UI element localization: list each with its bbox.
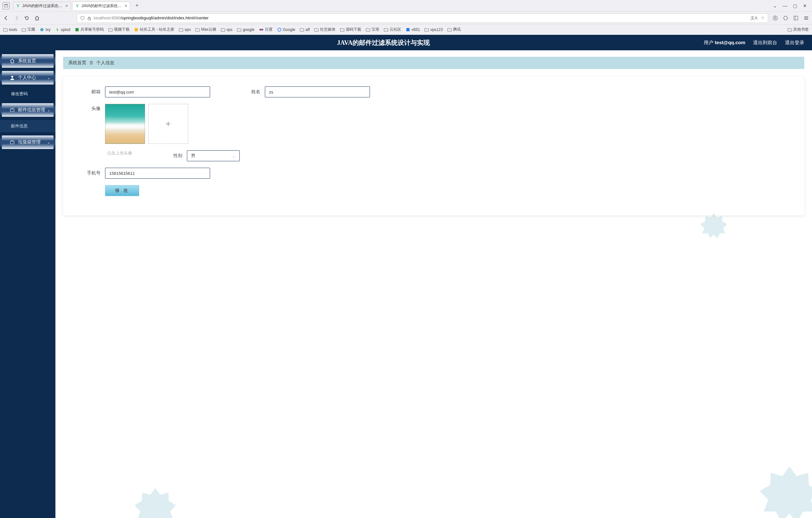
bookmark-item[interactable]: Max云梯 (195, 27, 216, 32)
svg-marker-22 (700, 213, 727, 238)
svg-marker-23 (760, 466, 812, 518)
decorative-star-icon (699, 212, 728, 241)
profile-card: 邮箱 姓名 头像 + (63, 77, 804, 215)
bookmark-item[interactable]: v651 (406, 27, 420, 32)
content: 系统首页 ☰ 个人信息 邮箱 姓名 头像 (55, 50, 812, 518)
sidebar-item-trash-manage[interactable]: 垃圾箱管理 ⌄ (2, 135, 54, 149)
minimize-icon[interactable]: — (783, 3, 787, 8)
bookmark-item[interactable]: vps123 (424, 27, 443, 32)
maximize-icon[interactable]: ▢ (793, 3, 797, 8)
window-menu-icon[interactable] (3, 2, 10, 9)
svg-point-14 (259, 29, 261, 31)
forward-icon[interactable] (13, 15, 19, 21)
home-icon[interactable] (34, 15, 40, 21)
svg-point-11 (40, 28, 44, 31)
gender-select[interactable]: 男 ⌄ (187, 150, 240, 161)
gender-label: 性别 (158, 153, 187, 159)
sidebar-item-mail-manage[interactable]: 邮件信息管理 ⌄ (2, 103, 54, 117)
address-bar[interactable]: localhost:8080/springbootkguq8/admin/dis… (77, 13, 768, 23)
svg-rect-20 (10, 141, 14, 144)
svg-point-15 (261, 29, 263, 31)
bookmark-item[interactable]: vps (221, 27, 233, 32)
sidebar: 系统首页 个人中心 ⌄ 修改密码 邮件信息管理 ⌄ 邮件信息 垃圾箱管理 ⌄ (0, 35, 55, 518)
bookmark-item[interactable]: vpn (179, 27, 191, 32)
breadcrumb-current: 个人信息 (96, 60, 114, 66)
chevron-down-icon[interactable]: ⌄ (773, 3, 777, 8)
bookmark-item[interactable]: uplod (55, 27, 70, 32)
user-label: 用户 test@qq.com (704, 40, 745, 46)
close-icon[interactable]: × (65, 3, 68, 8)
name-label: 姓名 (236, 89, 265, 95)
close-window-icon[interactable]: ✕ (803, 3, 807, 8)
lock-icon (87, 16, 91, 20)
sidebar-toggle-icon[interactable] (793, 15, 799, 21)
bookmark-item[interactable]: 宝塔 (366, 27, 379, 32)
tab-title: JAVA的邮件过滤系统设计与实现 (82, 3, 123, 9)
app-root: 系统首页 个人中心 ⌄ 修改密码 邮件信息管理 ⌄ 邮件信息 垃圾箱管理 ⌄ J… (0, 35, 812, 518)
bookmark-item[interactable]: 百度 (259, 27, 272, 32)
form-item-submit: 修 改 (76, 185, 139, 196)
email-label: 邮箱 (76, 89, 105, 95)
breadcrumb-home[interactable]: 系统首页 (68, 60, 86, 66)
other-bookmarks[interactable]: 其他书签 (787, 27, 809, 32)
sidebar-item-label: 垃圾箱管理 (18, 139, 40, 145)
user-icon (10, 75, 16, 80)
plus-icon: + (166, 119, 171, 129)
bookmark-item[interactable]: 源码下载 (340, 27, 361, 32)
svg-rect-13 (135, 28, 138, 31)
svg-marker-21 (135, 488, 176, 518)
account-icon[interactable] (773, 15, 778, 21)
svg-rect-17 (406, 28, 410, 31)
translate-icon[interactable]: 文A (750, 15, 758, 21)
svg-point-18 (11, 76, 13, 78)
form-item-gender: 性别 男 ⌄ (158, 150, 240, 161)
tab-title: JAVA的邮件过滤系统设计与实现 (22, 3, 63, 9)
bookmark-item[interactable]: tools (3, 27, 17, 32)
sidebar-sub-change-password[interactable]: 修改密码 (0, 88, 55, 100)
avatar-label: 头像 (76, 104, 105, 112)
bookmark-item[interactable]: 腾讯 (447, 27, 461, 32)
bookmark-item[interactable]: 社交媒体 (314, 27, 336, 32)
bookmark-item[interactable]: 宝藏 (22, 27, 35, 32)
avatar-thumbnail[interactable] (105, 104, 145, 144)
email-input[interactable] (105, 86, 210, 98)
bookmark-item[interactable]: 站长工具 - 站长之家 (134, 27, 174, 32)
bookmark-item[interactable]: Google (277, 27, 295, 32)
star-icon[interactable]: ☆ (761, 15, 765, 21)
main: JAVA的邮件过滤系统设计与实现 用户 test@qq.com 退出到前台 退出… (55, 35, 812, 518)
sidebar-item-profile[interactable]: 个人中心 ⌄ (2, 71, 54, 84)
extensions-icon[interactable] (783, 15, 788, 21)
nav-bar: localhost:8080/springbootkguq8/admin/dis… (0, 11, 812, 25)
decorative-star-icon (133, 486, 178, 518)
browser-tab-0[interactable]: V JAVA的邮件过滤系统设计与实现 × (13, 2, 71, 10)
sidebar-item-home[interactable]: 系统首页 (2, 54, 54, 68)
browser-tab-1[interactable]: V JAVA的邮件过滤系统设计与实现 × (72, 2, 130, 10)
url-text: localhost:8080/springbootkguq8/admin/dis… (94, 16, 208, 20)
back-icon[interactable] (3, 15, 9, 21)
bookmark-item[interactable]: 视频下载 (108, 27, 129, 32)
to-front-link[interactable]: 退出到前台 (753, 40, 777, 46)
logout-link[interactable]: 退出登录 (785, 40, 804, 46)
sidebar-item-label: 个人中心 (18, 75, 36, 81)
bookmark-item[interactable]: txy (40, 27, 50, 32)
shield-icon (80, 16, 85, 21)
avatar-upload-button[interactable]: + (148, 104, 188, 144)
window-controls: ⌄ — ▢ ✕ (773, 3, 809, 8)
bookmark-item[interactable]: google (237, 27, 254, 32)
submit-button[interactable]: 修 改 (105, 185, 139, 196)
new-tab-button[interactable]: + (134, 2, 141, 9)
phone-input[interactable] (105, 168, 210, 179)
chevron-down-icon: ⌄ (47, 140, 50, 144)
name-input[interactable] (265, 86, 370, 98)
breadcrumb: 系统首页 ☰ 个人信息 (63, 57, 804, 69)
topbar: JAVA的邮件过滤系统设计与实现 用户 test@qq.com 退出到前台 退出… (55, 35, 812, 50)
sidebar-sub-mail-info[interactable]: 邮件信息 (0, 120, 55, 132)
bookmark-item[interactable]: 云社区 (384, 27, 401, 32)
app-title: JAVA的邮件过滤系统设计与实现 (63, 38, 704, 47)
close-icon[interactable]: × (125, 3, 127, 8)
menu-icon[interactable] (804, 15, 809, 21)
svg-rect-6 (794, 16, 798, 20)
reload-icon[interactable] (24, 15, 30, 21)
bookmark-item[interactable]: aff (300, 27, 310, 32)
bookmark-item[interactable]: 共享账号密码 (75, 27, 104, 32)
